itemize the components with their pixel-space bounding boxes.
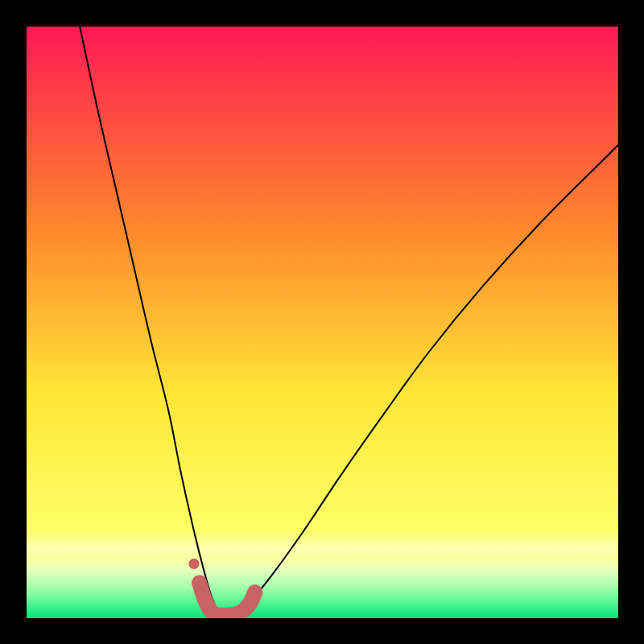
bottleneck-chart xyxy=(0,0,644,644)
marker-dot xyxy=(188,559,199,569)
chart-frame-edge xyxy=(0,0,644,27)
chart-frame-edge xyxy=(0,0,27,644)
chart-frame-edge xyxy=(618,0,644,644)
chart-frame-edge xyxy=(0,618,644,644)
plot-background xyxy=(27,27,618,618)
